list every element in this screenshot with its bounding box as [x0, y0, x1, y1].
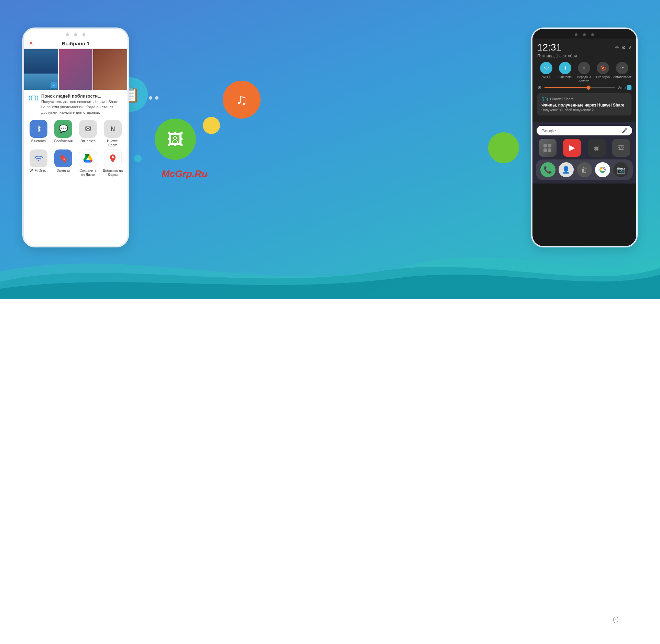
home-app-1[interactable] — [539, 139, 557, 157]
home-screen: Google 🎤 ▶ ◉ 🖼 📞 — [532, 122, 636, 184]
deco-circle-yellow — [203, 117, 220, 134]
share-app-maps[interactable]: Добавить наКарты — [101, 149, 124, 177]
dock-phone[interactable]: 📞 — [540, 162, 556, 177]
share-app-wifi[interactable]: Wi-Fi Direct — [27, 149, 50, 177]
toggle-bluetooth[interactable]: Bluetooth — [556, 62, 574, 82]
notif-title: Файлы, полученные через Huawei Share — [541, 103, 627, 108]
image-icon-circle: 🖼 — [155, 119, 196, 160]
dock-trash[interactable]: 🗑 — [577, 162, 592, 177]
share-app-nfc[interactable]: N HuaweiBeam — [101, 120, 124, 147]
home-app-3[interactable]: ◉ — [588, 139, 606, 157]
toggle-data[interactable]: ⊕ Передачаданных — [575, 62, 593, 82]
notif-app-name: Huawei Share — [550, 97, 574, 101]
brightness-bar[interactable] — [544, 87, 615, 88]
app-dock: 📞 👤 🗑 📷 — [536, 159, 633, 180]
bluetooth-app-icon — [30, 120, 47, 138]
notes-label: Заметки — [57, 169, 70, 173]
rotation-toggle-icon: ⟳ — [616, 62, 628, 74]
share-app-drive[interactable]: Сохранитьна Диске — [77, 149, 99, 177]
share-title: Выбрано 1 — [62, 41, 89, 46]
close-button[interactable]: × — [29, 40, 33, 47]
nfc-label: HuaweiBeam — [107, 139, 118, 147]
radio-wave-icon: ((·)) — [29, 94, 38, 101]
huawei-share-icon: ((·)) — [541, 97, 548, 101]
share-app-email[interactable]: ✉ Эл. почта — [77, 120, 99, 147]
bottom-section: (·) — [0, 299, 660, 644]
phone-left: × Выбрано 1 ✓ ((·)) — [22, 27, 129, 247]
r-dot-2 — [583, 33, 586, 36]
bottom-huawei-share-icon: (·) — [613, 614, 619, 623]
home-app-2[interactable]: ▶ — [563, 139, 581, 157]
huawei-share-find: ((·)) Поиск людей поблизости... Получате… — [24, 90, 128, 117]
sms-app-icon: 💬 — [54, 120, 72, 138]
photo-1[interactable]: ✓ — [24, 49, 58, 90]
email-app-icon: ✉ — [79, 120, 97, 138]
dock-camera[interactable]: 📷 — [613, 162, 628, 177]
phone-right: 12:31 ✏ ⚙ ∨ Пятница, 1 сентября Wi-Fi — [531, 27, 638, 247]
sound-toggle-label: Без звука — [596, 75, 610, 79]
data-toggle-label: Передачаданных — [577, 75, 591, 82]
date-display: Пятница, 1 сентября — [537, 54, 631, 58]
email-label: Эл. почта — [80, 139, 96, 143]
toggle-wifi[interactable]: Wi-Fi — [537, 62, 555, 82]
huawei-share-notification[interactable]: ((·)) Huawei Share Файлы, полученные чер… — [537, 93, 631, 115]
settings-icon[interactable]: ⚙ — [622, 45, 626, 50]
rotation-toggle-label: Автоповорот — [613, 75, 631, 79]
notification-panel: 12:31 ✏ ⚙ ∨ Пятница, 1 сентября Wi-Fi — [532, 38, 636, 122]
brightness-row: ☀ Авто ✓ — [537, 85, 631, 90]
toggle-sound[interactable]: 🔕 Без звука — [594, 62, 612, 82]
home-app-4[interactable]: 🖼 — [612, 139, 630, 157]
share-app-sms[interactable]: 💬 Сообщения — [52, 120, 75, 147]
photo-3[interactable] — [93, 49, 128, 90]
music-icon-circle: ♫ — [223, 81, 261, 119]
share-app-notes[interactable]: 🔖 Заметки — [52, 149, 75, 177]
photo-grid: ✓ — [24, 49, 128, 90]
toggle-rotation[interactable]: ⟳ Автоповорот — [613, 62, 631, 82]
notes-app-icon: 🔖 — [54, 149, 72, 167]
home-apps-row: ▶ ◉ 🖼 — [535, 137, 634, 158]
wifi-toggle-icon — [540, 62, 552, 74]
microphone-icon[interactable]: 🎤 — [622, 128, 627, 133]
phone-dot-3 — [82, 33, 85, 36]
drive-label: Сохранитьна Диске — [79, 169, 97, 177]
svg-point-3 — [601, 168, 604, 171]
quick-toggles: Wi-Fi Bluetooth ⊕ Передачаданных 🔕 Без з… — [537, 62, 631, 82]
expand-icon[interactable]: ∨ — [628, 45, 631, 50]
notif-app-row: ((·)) Huawei Share — [541, 97, 627, 101]
nfc-app-icon: N — [104, 120, 122, 138]
maps-label: Добавить наКарты — [103, 169, 123, 177]
time-row: 12:31 ✏ ⚙ ∨ — [537, 42, 631, 53]
brightness-fill — [544, 87, 591, 88]
brightness-thumb — [586, 86, 591, 90]
photo-2[interactable] — [58, 49, 93, 90]
pencil-icon: ✏ — [615, 45, 619, 50]
dock-contacts[interactable]: 👤 — [559, 162, 574, 177]
wifi-label: Wi-Fi Direct — [30, 169, 47, 173]
sound-toggle-icon: 🔕 — [597, 62, 609, 74]
phone-right-top-bar — [532, 29, 636, 38]
phone-left-top-bar — [24, 29, 128, 38]
auto-checkbox[interactable]: ✓ — [627, 85, 631, 90]
phone-dot-1 — [66, 33, 69, 36]
find-description: Получатель должен включить Huawei Shareн… — [41, 99, 119, 115]
maps-app-icon — [104, 149, 122, 167]
brightness-icon: ☀ — [537, 85, 542, 90]
bluetooth-label: Bluetooth — [31, 139, 46, 143]
drive-app-icon — [79, 149, 97, 167]
google-search-bar[interactable]: Google 🎤 — [537, 126, 632, 135]
wifi-toggle-label: Wi-Fi — [542, 75, 550, 79]
r-dot-1 — [575, 33, 578, 36]
share-apps-grid: Bluetooth 💬 Сообщения ✉ Эл. почта N Huaw… — [24, 117, 128, 180]
dock-chrome[interactable] — [595, 162, 610, 177]
r-dot-3 — [591, 33, 594, 36]
deco-circle-blue — [134, 155, 142, 162]
photo-checkmark: ✓ — [51, 82, 57, 88]
share-app-bluetooth[interactable]: Bluetooth — [27, 120, 50, 147]
google-text: Google — [541, 128, 556, 133]
top-section: 📋 🖼 ♫ McGrp.Ru × Выбрано 1 ✓ — [0, 0, 660, 299]
phone-dot-2 — [74, 33, 77, 36]
svg-point-0 — [112, 156, 114, 158]
auto-label: Авто ✓ — [618, 85, 631, 90]
find-title: Поиск людей поблизости... — [41, 93, 119, 99]
data-toggle-icon: ⊕ — [578, 62, 590, 74]
